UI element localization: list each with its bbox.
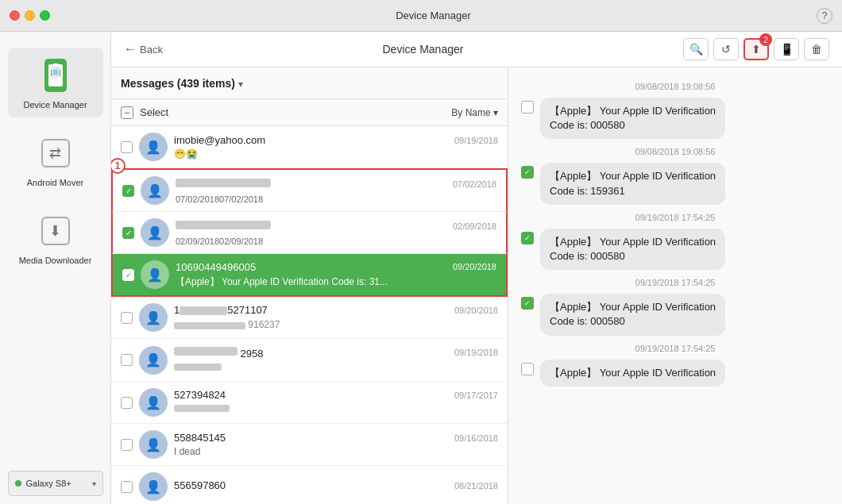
message-checkbox[interactable]: [121, 397, 133, 409]
message-bubble: 【Apple】 Your Apple ID VerificationCode i…: [540, 229, 725, 270]
message-item[interactable]: 👤 527394824 09/17/2017: [111, 382, 508, 424]
message-content: 07/02/2018 07/02/201807/02/2018: [176, 177, 496, 205]
list-title: Messages (439 items) ▾: [121, 77, 498, 90]
annotation-1: 1: [111, 158, 126, 174]
message-checkbox[interactable]: [121, 439, 133, 451]
title-bar: Device Manager ?: [0, 0, 842, 32]
message-content: 558845145 09/16/2018 I dead: [174, 432, 498, 457]
maximize-button[interactable]: [40, 10, 50, 21]
message-checkbox[interactable]: [121, 354, 133, 366]
message-name: 558845145: [174, 432, 226, 444]
message-avatar: 👤: [139, 430, 168, 459]
message-avatar: 👤: [141, 176, 169, 205]
message-date: 09/20/2018: [453, 262, 496, 271]
bubble-row: 【Apple】 Your Apple ID VerificationCode i…: [521, 294, 829, 335]
message-content: 527394824 09/17/2017: [174, 389, 498, 416]
message-item[interactable]: 👤 556597860 08/21/2018: [111, 466, 508, 504]
message-bubble: 【Apple】 Your Apple ID VerificationCode i…: [540, 294, 725, 335]
sort-by-name-button[interactable]: By Name ▾: [451, 107, 498, 118]
message-date: 09/19/2018: [454, 136, 498, 145]
message-item[interactable]: 👤 imobie@yahoo.com 09/19/2018 😁😭: [111, 126, 508, 168]
bubble-checkbox[interactable]: [521, 166, 534, 179]
message-content: 2958 09/19/2018: [174, 345, 498, 375]
message-checkbox[interactable]: [122, 185, 134, 197]
message-checkbox[interactable]: [122, 227, 134, 239]
message-timestamp: 09/08/2018 19:08:56: [521, 147, 829, 156]
message-preview: 07/02/201807/02/2018: [176, 194, 496, 205]
device-chevron-icon: ▾: [92, 479, 96, 488]
back-arrow-icon: ←: [124, 42, 137, 56]
message-detail: 09/08/2018 19:08:56 【Apple】 Your Apple I…: [508, 67, 842, 504]
export-button[interactable]: ⬆ 2: [744, 38, 769, 60]
message-name: 15271107: [174, 304, 268, 317]
sidebar-item-media-downloader[interactable]: ⬇ Media Downloader: [8, 203, 103, 273]
message-avatar: 👤: [139, 303, 168, 332]
message-checkbox[interactable]: [121, 312, 133, 324]
back-label: Back: [140, 44, 163, 56]
export-badge: 2: [759, 33, 772, 46]
message-avatar: 👤: [139, 472, 168, 501]
sidebar-item-android-mover[interactable]: ⇄ Android Mover: [8, 125, 103, 195]
device-selector[interactable]: Galaxy S8+ ▾: [8, 471, 103, 496]
message-avatar: 👤: [139, 346, 168, 375]
traffic-lights: [10, 10, 50, 21]
message-item[interactable]: 👤 02/09/2018 02/09/201802/09/2018: [111, 212, 508, 254]
message-preview: I dead: [174, 446, 498, 457]
message-item[interactable]: 👤 558845145 09/16/2018 I dead: [111, 424, 508, 466]
sidebar-item-device-manager[interactable]: Device Manager: [8, 48, 103, 117]
message-preview: 😁😭: [174, 148, 498, 160]
message-name: 2958: [174, 345, 264, 360]
message-bubble: 【Apple】 Your Apple ID VerificationCode i…: [540, 163, 725, 204]
delete-button[interactable]: 🗑: [804, 38, 829, 60]
message-preview: 02/09/201802/09/2018: [176, 236, 496, 247]
export-icon: ⬆: [751, 43, 761, 56]
device-manager-icon: [40, 56, 71, 95]
bubble-checkbox[interactable]: [521, 363, 534, 375]
bubble-checkbox[interactable]: [521, 297, 534, 310]
sidebar-label-android-mover: Android Mover: [27, 178, 84, 187]
message-avatar: 👤: [139, 388, 168, 417]
message-items-list: 1 👤 imobie@yahoo.com 09/19/2018 😁😭: [111, 126, 508, 504]
close-button[interactable]: [10, 10, 20, 21]
main-container: Device Manager ⇄ Android Mover ⬇ Media D…: [0, 32, 842, 504]
device-name: Galaxy S8+: [26, 479, 87, 488]
refresh-button[interactable]: ↺: [713, 38, 739, 60]
device-status-dot: [15, 480, 21, 487]
message-date: 07/02/2018: [453, 179, 496, 189]
message-checkbox[interactable]: [121, 481, 133, 493]
message-item[interactable]: 👤 2958 09/19/2018: [111, 339, 508, 382]
split-pane: Messages (439 items) ▾ − Select By Name …: [111, 67, 842, 504]
message-timestamp: 09/19/2018 17:54:25: [521, 278, 829, 287]
message-name: 10690449496005: [176, 261, 256, 273]
message-timestamp: 09/19/2018 17:54:25: [521, 344, 829, 353]
sidebar-label-device-manager: Device Manager: [23, 100, 87, 110]
message-avatar: 👤: [141, 260, 169, 289]
bubble-checkbox[interactable]: [521, 232, 534, 244]
message-preview: [174, 362, 498, 375]
page-title: Device Manager: [172, 43, 674, 56]
phone-transfer-button[interactable]: 📱: [774, 38, 799, 60]
message-date: 02/09/2018: [453, 221, 496, 231]
messages-list: Messages (439 items) ▾ − Select By Name …: [111, 67, 508, 504]
message-content: 02/09/2018 02/09/201802/09/2018: [176, 219, 496, 247]
message-bubble: 【Apple】 Your Apple ID Verification: [540, 360, 725, 387]
select-label: Select: [140, 106, 445, 118]
message-bubble: 【Apple】 Your Apple ID VerificationCode i…: [540, 98, 725, 139]
message-name: imobie@yahoo.com: [174, 134, 265, 146]
message-name: 556597860: [174, 479, 226, 491]
message-item[interactable]: 👤 15271107 09/20/2018 916237: [111, 297, 508, 339]
message-item[interactable]: 👤 07/02/2018 07/02/201807/02/2018: [111, 168, 508, 212]
back-button[interactable]: ← Back: [124, 42, 163, 56]
window-title: Device Manager: [50, 10, 817, 21]
message-checkbox[interactable]: [122, 269, 134, 281]
message-preview: 916237: [174, 319, 498, 330]
message-checkbox[interactable]: [121, 141, 133, 153]
content-header: ← Back Device Manager 🔍 ↺ ⬆ 2 📱 🗑: [111, 32, 842, 67]
bubble-checkbox[interactable]: [521, 101, 534, 113]
deselect-all-button[interactable]: −: [121, 106, 133, 119]
help-button[interactable]: ?: [817, 8, 832, 24]
sidebar-label-media-downloader: Media Downloader: [19, 256, 92, 265]
search-button[interactable]: 🔍: [683, 38, 709, 60]
minimize-button[interactable]: [25, 10, 35, 21]
message-item[interactable]: 👤 10690449496005 09/20/2018 【Apple】 Your…: [111, 254, 508, 297]
